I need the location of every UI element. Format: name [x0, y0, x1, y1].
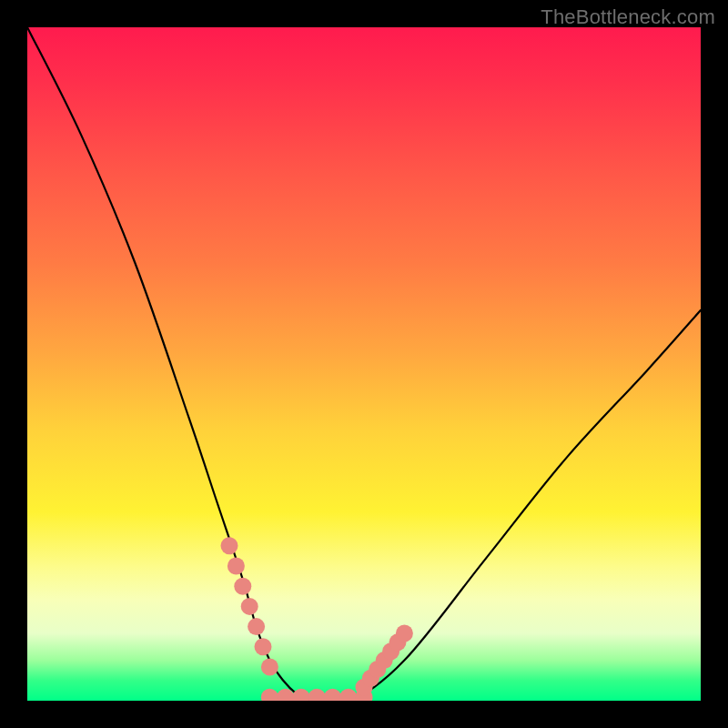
sweet-zone-dot: [221, 537, 238, 554]
sweet-zone-dot: [228, 558, 245, 575]
curve-layer: [27, 27, 701, 701]
sweet-zone-markers: [221, 537, 413, 701]
bottleneck-curve: [27, 27, 701, 701]
sweet-zone-dot: [255, 638, 272, 655]
sweet-zone-dot: [234, 578, 251, 595]
chart-frame: TheBottleneck.com: [0, 0, 728, 728]
sweet-zone-dot: [308, 689, 326, 701]
sweet-zone-dot: [396, 625, 413, 642]
sweet-zone-dot: [261, 689, 278, 701]
sweet-zone-dot: [339, 689, 357, 701]
sweet-zone-dot: [248, 618, 265, 635]
sweet-zone-dot: [241, 598, 258, 615]
sweet-zone-dot: [292, 689, 309, 701]
sweet-zone-dot: [261, 659, 278, 676]
plot-area: [27, 27, 701, 701]
sweet-zone-dot: [324, 689, 341, 701]
watermark-text: TheBottleneck.com: [541, 5, 715, 29]
